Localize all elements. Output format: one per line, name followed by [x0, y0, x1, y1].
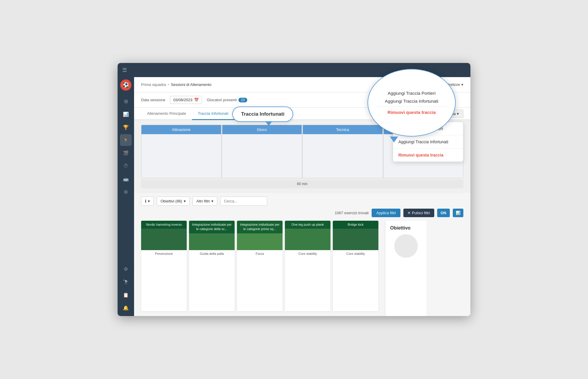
filter-area: ℹ ▾ Obiettivi (86) ▾ Altri filtri ▾ 1067… — [134, 193, 470, 221]
traccia-dropdown-menu: Aggiungi Traccia Portieri Aggiungi Tracc… — [393, 122, 463, 162]
exercise-category-bridge: Core stability — [333, 250, 378, 257]
apply-filters-button[interactable]: Applica filtri — [372, 209, 400, 217]
date-value: 03/08/2023 — [173, 98, 192, 102]
tab-principale[interactable]: Allenamento Principale — [141, 108, 192, 120]
calendar-icon: 📅 — [194, 98, 199, 102]
col-body-attivazione[interactable] — [141, 134, 221, 178]
exercise-card-bridge[interactable]: Bridge kick Core stability — [333, 221, 378, 311]
dropdown-item-add-portieri[interactable]: Aggiungi Traccia Portieri — [393, 122, 463, 135]
bottom-row: Nordic hamstring inverso Prevenzione Int… — [134, 221, 470, 316]
exercise-title-nordic: Nordic hamstring inverso — [141, 221, 187, 229]
on-toggle-button[interactable]: ON — [437, 209, 450, 217]
tabs-bar: Allenamento Principale Traccia Infortuna… — [134, 108, 470, 120]
col-header-tecnica: Tecnica — [303, 125, 382, 134]
obiettivi-filter-button[interactable]: Obiettivi (86) ▾ — [157, 197, 190, 206]
exercise-title-bridge: Bridge kick — [333, 221, 378, 229]
chart-view-button[interactable]: 📊 — [453, 209, 463, 217]
traccia-chevron-icon: ▾ — [457, 112, 459, 116]
date-session-label: Data sessione — [141, 98, 165, 102]
content-area: Prima squadra • Sessioni di Allenamento … — [134, 77, 470, 316]
col-body-tecnica[interactable] — [303, 134, 382, 178]
obiettivo-title: Obiettivo — [390, 225, 422, 231]
topbar: ☰ — [118, 63, 470, 77]
sidebar-item-truck[interactable]: 🚌 — [120, 173, 132, 185]
info-filter-button[interactable]: ℹ ▾ — [141, 197, 154, 206]
duration-bar: 80 min — [141, 179, 463, 188]
clear-filters-button[interactable]: ✕ Pulisci filtri — [403, 209, 434, 217]
obiettivi-label: Obiettivi (86) — [161, 199, 182, 203]
obiettivo-panel: Obiettivo — [385, 221, 427, 316]
exercise-title-integrazione1: Integrazione individuale per le categori… — [189, 221, 235, 233]
altri-filtri-button[interactable]: Altri filtri ▾ — [193, 197, 217, 206]
players-count-badge: 23 — [238, 98, 247, 102]
sidebar-item-clock[interactable]: ⏱ — [120, 160, 132, 172]
app-window: ☰ ⚽ ⊞ 📊 🏆 🏃 🎬 ⏱ 🚌 ⚙ ⚙ 🔭 📋 🔔 — [118, 63, 470, 316]
exercise-img-one-leg: One leg push up plank — [285, 221, 330, 250]
sidebar-item-chart[interactable]: 📊 — [120, 108, 132, 120]
breadcrumb: Prima squadra • Sessioni di Allenamento — [141, 82, 211, 87]
players-present: Giocatori presenti 23 — [207, 98, 247, 102]
training-col-tecnica: Tecnica — [303, 125, 382, 178]
exercise-title-integrazione2: Integrazione individuale per le categori… — [237, 221, 283, 233]
dropdown-item-add-infortunati[interactable]: Aggiungi Traccia Infortunati — [393, 135, 463, 149]
players-label: Giocatori presenti — [207, 98, 237, 102]
filter-row: ℹ ▾ Obiettivi (86) ▾ Altri filtri ▾ — [141, 197, 463, 206]
exercise-category-integrazione1: Guida della palla — [189, 250, 235, 257]
obiettivo-circle — [394, 234, 418, 258]
exercise-card-integrazione2[interactable]: Integrazione individuale per le categori… — [237, 221, 283, 311]
exercise-category-one-leg: Core stability — [285, 250, 330, 257]
tabs-container: Allenamento Principale Traccia Infortuna… — [141, 108, 234, 119]
user-label: Direttore — [445, 82, 460, 87]
exercise-img-integrazione1: Integrazione individuale per le categori… — [189, 221, 235, 250]
main-layout: ⚽ ⊞ 📊 🏆 🏃 🎬 ⏱ 🚌 ⚙ ⚙ 🔭 📋 🔔 Prima squadra … — [118, 77, 470, 316]
breadcrumb-root[interactable]: Prima squadra — [141, 82, 166, 87]
altri-filtri-chevron-icon: ▾ — [211, 199, 213, 203]
exercise-img-bridge: Bridge kick — [333, 221, 378, 250]
header-right: Aggiungi Allenamento Direttore ▾ — [397, 80, 463, 89]
session-controls: Data sessione 03/08/2023 📅 Giocatori pre… — [134, 92, 470, 108]
results-row: 1067 esercizi trovati Applica filtri ✕ P… — [141, 209, 463, 217]
exercise-category-nordic: Prevenzione — [141, 250, 187, 257]
sidebar-item-settings[interactable]: ⚙ — [120, 186, 132, 198]
exercises-grid: Nordic hamstring inverso Prevenzione Int… — [134, 221, 385, 316]
exercise-img-integrazione2: Integrazione individuale per le categori… — [237, 221, 283, 250]
traccia-dropdown-button[interactable]: Traccia ▾ — [439, 109, 463, 118]
sidebar: ⚽ ⊞ 📊 🏆 🏃 🎬 ⏱ 🚌 ⚙ ⚙ 🔭 📋 🔔 — [118, 77, 134, 316]
info-icon: ℹ — [145, 199, 146, 203]
col-header-gioco: Gioco — [222, 125, 302, 134]
results-count: 1067 esercizi trovati — [335, 211, 369, 215]
exercise-card-one-leg[interactable]: One leg push up plank Core stability — [285, 221, 330, 311]
sidebar-item-dashboard[interactable]: ⊞ — [120, 95, 132, 107]
sidebar-logo: ⚽ — [120, 79, 131, 91]
exercise-card-nordic[interactable]: Nordic hamstring inverso Prevenzione — [141, 221, 187, 311]
sidebar-item-clipboard[interactable]: 📋 — [120, 289, 132, 301]
obiettivi-chevron-icon: ▾ — [184, 199, 186, 203]
sidebar-item-player[interactable]: 🏃 — [120, 134, 132, 146]
sidebar-item-cog[interactable]: ⚙ — [120, 263, 132, 275]
hamburger-icon[interactable]: ☰ — [122, 67, 127, 73]
sidebar-item-bell[interactable]: 🔔 — [120, 302, 132, 314]
exercise-category-integrazione2: Forza — [237, 250, 283, 257]
user-menu[interactable]: Direttore ▾ — [445, 82, 463, 87]
user-chevron-icon: ▾ — [461, 82, 463, 87]
col-body-gioco[interactable] — [222, 134, 302, 178]
breadcrumb-current: Sessioni di Allenamento — [171, 82, 211, 87]
info-chevron-icon: ▾ — [148, 199, 150, 203]
training-col-gioco: Gioco — [222, 125, 302, 178]
sidebar-item-binoculars[interactable]: 🔭 — [120, 276, 132, 288]
exercise-card-integrazione1[interactable]: Integrazione individuale per le categori… — [189, 221, 235, 311]
search-input[interactable] — [220, 197, 267, 206]
add-training-button[interactable]: Aggiungi Allenamento — [397, 80, 442, 89]
tab-infortunati[interactable]: Traccia Infortunati — [192, 108, 234, 120]
dropdown-item-remove[interactable]: Rimuovi questa traccia — [393, 149, 463, 162]
traccia-btn-label: Traccia — [443, 112, 456, 116]
sidebar-item-trophy[interactable]: 🏆 — [120, 121, 132, 133]
date-input[interactable]: 03/08/2023 📅 — [170, 96, 202, 104]
content-header: Prima squadra • Sessioni di Allenamento … — [134, 77, 470, 92]
altri-filtri-label: Altri filtri — [196, 199, 210, 203]
col-header-attivazione: Attivazione — [141, 125, 221, 134]
training-col-attivazione: Attivazione — [141, 125, 221, 178]
sidebar-item-media[interactable]: 🎬 — [120, 147, 132, 159]
breadcrumb-separator: • — [168, 82, 169, 87]
exercise-title-one-leg: One leg push up plank — [285, 221, 330, 229]
